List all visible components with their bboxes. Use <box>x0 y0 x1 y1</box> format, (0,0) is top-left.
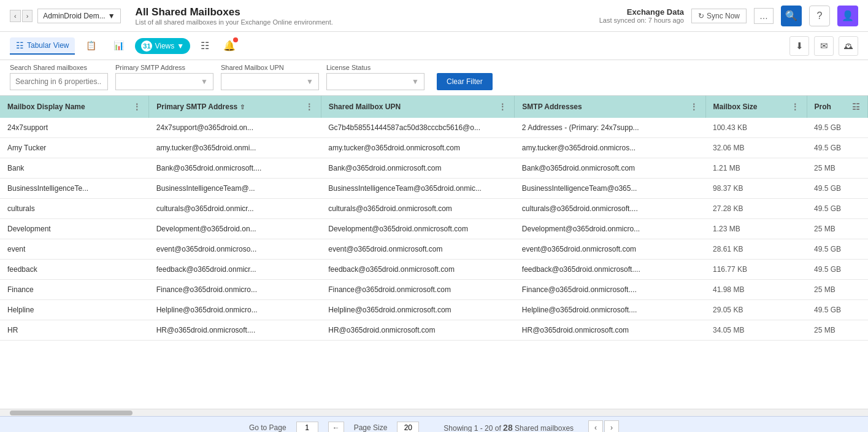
next-page-btn[interactable]: › <box>604 420 619 433</box>
tab-tabular-label: Tabular View <box>27 41 69 50</box>
col-header-size[interactable]: Mailbox Size ⋮ <box>705 96 807 118</box>
scroll-thumb[interactable] <box>10 411 133 415</box>
views-button[interactable]: 31 Views ▼ <box>135 38 190 54</box>
scroll-bar-row[interactable] <box>0 409 868 416</box>
table-row[interactable]: Bank Bank@o365droid.onmicrosoft.... Bank… <box>0 158 868 179</box>
tab-tabular-view[interactable]: ☷ Tabular View <box>10 37 75 55</box>
views-count: 31 <box>141 40 152 52</box>
nav-forward-btn[interactable]: › <box>22 10 33 22</box>
cell-smtp-addresses: culturals@o365droid.onmicrosoft.... <box>515 199 705 219</box>
tab-chart-view[interactable]: 📊 <box>107 37 130 55</box>
user-icon-btn[interactable]: 👤 <box>837 6 858 26</box>
smtp-select[interactable]: ▼ <box>115 73 213 90</box>
cell-smtp: BusinessIntelligenceTeam@... <box>149 179 321 199</box>
table-wrapper: Mailbox Display Name ⋮ Primary SMTP Addr… <box>0 96 868 409</box>
table-header-row: Mailbox Display Name ⋮ Primary SMTP Addr… <box>0 96 868 118</box>
table-row[interactable]: Development Development@o365droid.on... … <box>0 219 868 239</box>
cell-proh: 49.5 GB <box>807 239 868 260</box>
cell-smtp: Finance@o365droid.onmicro... <box>149 280 321 300</box>
table-row[interactable]: Finance Finance@o365droid.onmicro... Fin… <box>0 280 868 300</box>
cell-name: HR <box>0 320 149 341</box>
cell-proh: 25 MB <box>807 158 868 179</box>
license-select[interactable]: ▼ <box>326 73 424 90</box>
sync-now-button[interactable]: ↻ Sync Now <box>691 9 747 23</box>
cell-upn: culturals@o365droid.onmicrosoft.com <box>321 199 515 219</box>
cell-proh: 49.5 GB <box>807 179 868 199</box>
page-size-input[interactable] <box>397 422 419 433</box>
cell-smtp: culturals@o365droid.onmicr... <box>149 199 321 219</box>
cell-size: 32.06 MB <box>705 138 807 158</box>
license-label: License Status <box>326 64 424 71</box>
col-size-menu-icon[interactable]: ⋮ <box>791 102 799 112</box>
col-proh-menu-icon[interactable]: ☷ <box>852 102 860 112</box>
download-icon-btn[interactable]: ⬇ <box>789 36 809 56</box>
col-smtp-addr-menu-icon[interactable]: ⋮ <box>689 102 698 112</box>
cell-upn: feedback@o365droid.onmicrosoft.com <box>321 260 515 280</box>
table-row[interactable]: HR HR@o365droid.onmicrosoft.... HR@o365d… <box>0 320 868 341</box>
nav-arrows: ‹ › <box>10 10 33 22</box>
prev-page-btn[interactable]: ‹ <box>588 420 603 433</box>
more-options-button[interactable]: … <box>754 8 774 24</box>
cell-smtp: event@o365droid.onmicroso... <box>149 239 321 260</box>
cell-smtp: amy.tucker@o365droid.onmi... <box>149 138 321 158</box>
cell-name: 24x7support <box>0 118 149 138</box>
cell-upn: event@o365droid.onmicrosoft.com <box>321 239 515 260</box>
cell-proh: 49.5 GB <box>807 118 868 138</box>
upn-select[interactable]: ▼ <box>221 73 319 90</box>
upn-filter-group: Shared Mailbox UPN ▼ <box>221 64 319 90</box>
sync-icon: ↻ <box>698 12 704 20</box>
chart-icon: 📊 <box>113 40 124 50</box>
col-upn-menu-icon[interactable]: ⋮ <box>498 102 507 112</box>
cell-size: 41.98 MB <box>705 280 807 300</box>
help-icon-btn[interactable]: ? <box>809 6 830 26</box>
table-row[interactable]: Amy Tucker amy.tucker@o365droid.onmi... … <box>0 138 868 158</box>
top-bar-right: Exchange Data Last synced on: 7 hours ag… <box>599 6 858 26</box>
showing-suffix: Shared mailboxes <box>515 424 574 433</box>
sync-block: Exchange Data Last synced on: 7 hours ag… <box>599 7 684 24</box>
cell-size: 28.61 KB <box>705 239 807 260</box>
copy-icon: 📋 <box>86 40 96 50</box>
col-header-proh[interactable]: Proh ☷ <box>807 96 868 118</box>
table-row[interactable]: event event@o365droid.onmicroso... event… <box>0 239 868 260</box>
page-size-label: Page Size <box>354 423 388 432</box>
cell-upn: Finance@o365droid.onmicrosoft.com <box>321 280 515 300</box>
goto-page-arrow[interactable]: ← <box>328 422 344 433</box>
cell-size: 100.43 KB <box>705 118 807 138</box>
chevron-down-icon: ▼ <box>108 12 115 20</box>
table-row[interactable]: BusinessIntelligenceTe... BusinessIntell… <box>0 179 868 199</box>
org-selector[interactable]: AdminDroid Dem... ▼ <box>37 9 120 23</box>
notification-icon-btn[interactable]: 🔔 <box>220 36 239 56</box>
cell-size: 29.05 KB <box>705 300 807 320</box>
sync-btn-label: Sync Now <box>707 12 740 20</box>
table-body: 24x7support 24x7support@o365droid.on... … <box>0 118 868 341</box>
page-title: All Shared Mailboxes <box>136 6 333 18</box>
tab-copy-view[interactable]: 📋 <box>80 37 102 55</box>
filter-icon-btn[interactable]: ☷ <box>195 36 215 56</box>
toolbar: ☷ Tabular View 📋 📊 31 Views ▼ ☷ 🔔 ⬇ ✉ 🕰 <box>0 32 868 60</box>
table-row[interactable]: Helpline Helpline@o365droid.onmicro... H… <box>0 300 868 320</box>
schedule-icon-btn[interactable]: 🕰 <box>839 36 858 56</box>
search-icon-btn[interactable]: 🔍 <box>781 6 802 26</box>
cell-upn: HR@o365droid.onmicrosoft.com <box>321 320 515 341</box>
col-header-smtp[interactable]: Primary SMTP Address ⇧ ⋮ <box>149 96 321 118</box>
table-row[interactable]: feedback feedback@o365droid.onmicr... fe… <box>0 260 868 280</box>
page-nav: ‹ › <box>588 420 619 433</box>
col-menu-icon[interactable]: ⋮ <box>133 102 141 112</box>
col-smtp-addr-label: SMTP Addresses <box>522 102 582 111</box>
cell-name: feedback <box>0 260 149 280</box>
clear-filter-button[interactable]: Clear Filter <box>437 73 493 90</box>
col-smtp-label: Primary SMTP Address <box>156 102 237 111</box>
col-smtp-menu-icon[interactable]: ⋮ <box>305 102 313 112</box>
email-icon-btn[interactable]: ✉ <box>814 36 834 56</box>
goto-page-input[interactable] <box>296 422 318 433</box>
col-header-upn[interactable]: Shared Mailbox UPN ⋮ <box>321 96 515 118</box>
nav-back-btn[interactable]: ‹ <box>10 10 21 22</box>
table-row[interactable]: 24x7support 24x7support@o365droid.on... … <box>0 118 868 138</box>
search-input[interactable] <box>10 73 108 90</box>
cell-smtp-addresses: event@o365droid.onmicrosoft.com <box>515 239 705 260</box>
page-title-block: All Shared Mailboxes List of all shared … <box>136 6 333 26</box>
col-header-smtp-addr[interactable]: SMTP Addresses ⋮ <box>515 96 705 118</box>
table-row[interactable]: culturals culturals@o365droid.onmicr... … <box>0 199 868 219</box>
cell-upn: amy.tucker@o365droid.onmicrosoft.com <box>321 138 515 158</box>
col-header-name[interactable]: Mailbox Display Name ⋮ <box>0 96 149 118</box>
